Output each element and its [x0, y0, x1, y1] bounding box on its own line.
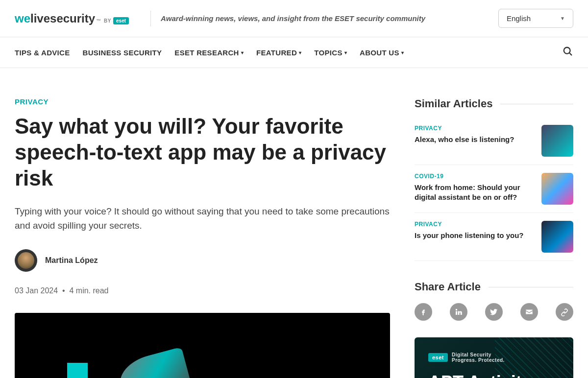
- nav-item-label: ESET RESEARCH: [174, 48, 239, 57]
- language-label: English: [507, 14, 531, 23]
- logo-text-security: security: [50, 12, 95, 25]
- promo-eset-badge: eset: [428, 353, 448, 362]
- nav-item-label: TIPS & ADVICE: [15, 48, 70, 57]
- similar-thumbnail: [541, 125, 573, 157]
- similar-articles-list: PRIVACY Alexa, who else is listening? CO…: [415, 116, 573, 261]
- language-selector[interactable]: English ▼: [498, 9, 573, 28]
- article-meta: 03 Jan 2024 • 4 min. read: [15, 286, 390, 295]
- sidebar: Similar Articles PRIVACY Alexa, who else…: [415, 97, 573, 378]
- top-header: welivesecurity ™ BY eset Award-winning n…: [0, 0, 588, 37]
- svg-line-1: [569, 53, 572, 55]
- link-icon: [560, 307, 569, 316]
- similar-category: COVID-19: [415, 173, 535, 180]
- article-title: Say what you will? Your favorite speech-…: [15, 114, 390, 191]
- share-email-button[interactable]: [520, 303, 538, 321]
- logo-text-live: live: [30, 12, 50, 25]
- share-twitter-button[interactable]: [485, 303, 503, 321]
- similar-category: PRIVACY: [415, 125, 535, 132]
- chevron-down-icon: ▾: [241, 50, 244, 55]
- nav-tips-advice[interactable]: TIPS & ADVICE: [15, 48, 70, 57]
- linkedin-icon: [454, 307, 463, 316]
- main-nav: TIPS & ADVICE BUSINESS SECURITY ESET RES…: [0, 37, 588, 68]
- nav-topics[interactable]: TOPICS ▾: [314, 48, 347, 57]
- similar-articles-heading: Similar Articles: [415, 97, 573, 110]
- promo-card[interactable]: eset Digital Security Progress. Protecte…: [415, 337, 573, 378]
- nav-item-label: BUSINESS SECURITY: [83, 48, 162, 57]
- promo-brand: eset Digital Security Progress. Protecte…: [428, 352, 560, 363]
- share-buttons: [415, 303, 573, 321]
- nav-item-label: FEATURED: [256, 48, 297, 57]
- facebook-icon: [419, 307, 428, 316]
- article-main: PRIVACY Say what you will? Your favorite…: [15, 97, 390, 378]
- logo-eset-badge: eset: [113, 17, 129, 24]
- tagline: Award-winning news, views, and insight f…: [161, 14, 498, 23]
- logo-by: BY: [104, 18, 111, 24]
- similar-category: PRIVACY: [415, 221, 535, 228]
- twitter-icon: [490, 307, 498, 316]
- similar-thumbnail: [541, 173, 573, 205]
- chevron-down-icon: ▾: [299, 50, 301, 55]
- header-divider: [150, 11, 151, 26]
- similar-article-item[interactable]: COVID-19 Work from home: Should your dig…: [415, 165, 573, 213]
- share-facebook-button[interactable]: [415, 303, 432, 321]
- chevron-down-icon: ▾: [344, 50, 347, 55]
- site-logo[interactable]: welivesecurity ™ BY eset: [15, 12, 129, 25]
- read-time: 4 min. read: [69, 286, 108, 295]
- author-row: Martina López: [15, 249, 390, 272]
- share-link-button[interactable]: [556, 303, 573, 321]
- nav-eset-research[interactable]: ESET RESEARCH ▾: [174, 48, 244, 57]
- similar-article-item[interactable]: PRIVACY Alexa, who else is listening?: [415, 116, 573, 165]
- similar-thumbnail: [541, 221, 573, 253]
- similar-title: Alexa, who else is listening?: [415, 135, 535, 144]
- nav-about-us[interactable]: ABOUT US ▾: [360, 48, 404, 57]
- meta-separator: •: [62, 286, 65, 295]
- author-avatar[interactable]: [15, 249, 37, 272]
- nav-item-label: ABOUT US: [360, 48, 399, 57]
- article-category[interactable]: PRIVACY: [15, 97, 390, 106]
- share-article-heading: Share Article: [415, 281, 573, 293]
- hero-image: [15, 313, 390, 378]
- promo-brand-line1: Digital Security: [452, 352, 505, 357]
- author-name[interactable]: Martina López: [45, 256, 98, 265]
- promo-brand-line2: Progress. Protected.: [452, 357, 505, 363]
- nav-business-security[interactable]: BUSINESS SECURITY: [83, 48, 162, 57]
- similar-article-item[interactable]: PRIVACY Is your phone listening to you?: [415, 213, 573, 261]
- chevron-down-icon: ▾: [401, 50, 404, 55]
- promo-title: APT Activity Report: [428, 373, 560, 378]
- article-subtitle: Typing with your voice? It should go wit…: [15, 205, 390, 233]
- nav-item-label: TOPICS: [314, 48, 342, 57]
- share-linkedin-button[interactable]: [450, 303, 467, 321]
- email-icon: [525, 307, 534, 316]
- publish-date: 03 Jan 2024: [15, 286, 58, 295]
- nav-featured[interactable]: FEATURED ▾: [256, 48, 301, 57]
- similar-title: Is your phone listening to you?: [415, 231, 535, 240]
- chevron-down-icon: ▼: [560, 16, 565, 21]
- logo-text-we: we: [15, 12, 30, 25]
- search-icon[interactable]: [563, 46, 573, 59]
- similar-title: Work from home: Should your digital assi…: [415, 183, 535, 203]
